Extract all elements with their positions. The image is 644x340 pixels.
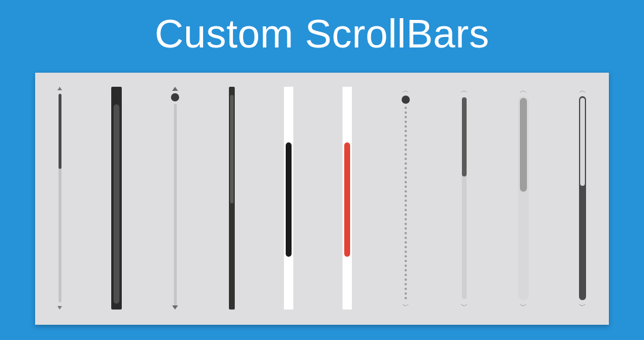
scrollbar-track[interactable] — [174, 104, 177, 305]
scrollbar-track[interactable] — [59, 94, 61, 302]
scrollbar-track[interactable] — [579, 96, 586, 300]
scrollbar-track[interactable] — [284, 87, 293, 310]
chevron-up-icon[interactable]: ︿ — [579, 87, 586, 94]
scrollbar-thumb[interactable] — [344, 142, 350, 257]
scrollbar-thumb[interactable] — [520, 98, 527, 192]
scrollbar-thumb[interactable] — [230, 95, 234, 203]
scrollbar-thin-arrows[interactable] — [57, 87, 62, 310]
scrollbar-thumb[interactable] — [114, 104, 119, 304]
arrow-down-icon[interactable] — [57, 306, 62, 310]
arrow-up-icon[interactable] — [57, 87, 62, 90]
arrow-up-icon[interactable] — [172, 87, 178, 91]
scrollbar-track[interactable] — [111, 87, 122, 310]
scrollbar-thumb[interactable] — [462, 97, 467, 176]
scrollbar-knob[interactable] — [171, 93, 179, 101]
scrollbar-thin-arrows-knob[interactable] — [171, 87, 179, 310]
scrollbar-track[interactable] — [405, 107, 407, 300]
scrollbar-white-red[interactable] — [342, 87, 352, 310]
arrow-down-icon[interactable] — [172, 305, 178, 310]
scrollbar-narrow-dark[interactable] — [229, 87, 235, 310]
scrollbar-thumb[interactable] — [286, 142, 292, 257]
chevron-down-icon[interactable]: ﹀ — [461, 302, 468, 310]
scrollbar-dotted-chevron[interactable]: ︿ ﹀ — [401, 87, 410, 310]
scrollbar-wide-dark[interactable] — [111, 87, 122, 310]
scrollbar-track[interactable] — [342, 87, 352, 310]
scrollbar-knob[interactable] — [402, 96, 410, 104]
page-title: Custom ScrollBars — [0, 0, 644, 56]
chevron-down-icon[interactable]: ﹀ — [579, 302, 586, 310]
scrollbar-track[interactable] — [518, 96, 529, 300]
scrollbar-light-chevron[interactable]: ︿ ﹀ — [460, 87, 468, 310]
scrollbar-dark-chevron[interactable]: ︿ ﹀ — [578, 87, 587, 310]
chevron-up-icon[interactable]: ︿ — [402, 87, 409, 94]
chevron-up-icon[interactable]: ︿ — [461, 87, 468, 94]
chevron-down-icon[interactable]: ﹀ — [520, 302, 527, 310]
scrollbar-track[interactable] — [462, 97, 467, 299]
scrollbar-thumb[interactable] — [59, 94, 61, 169]
scrollbar-wide-light-chevron[interactable]: ︿ ﹀ — [518, 87, 529, 310]
scrollbar-thumb[interactable] — [580, 98, 585, 186]
chevron-up-icon[interactable]: ︿ — [520, 87, 527, 94]
scrollbar-track[interactable] — [229, 87, 235, 310]
scrollbar-demo-panel: ︿ ﹀ ︿ ﹀ ︿ ﹀ ︿ ﹀ — [35, 73, 609, 325]
chevron-down-icon[interactable]: ﹀ — [402, 302, 409, 310]
scrollbar-white-black[interactable] — [284, 87, 293, 310]
